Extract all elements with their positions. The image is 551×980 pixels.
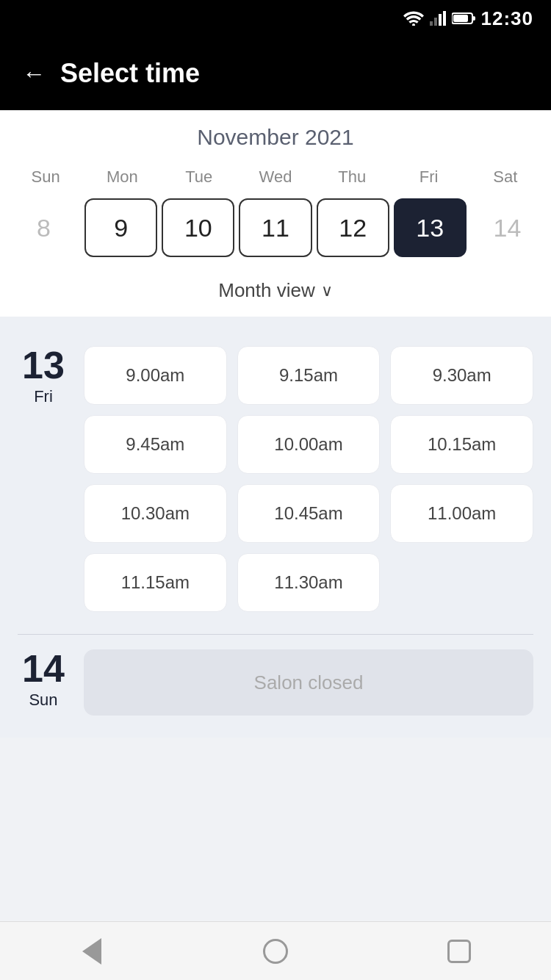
slot-1045am[interactable]: 10.45am <box>237 484 381 543</box>
day-14-section: 14 Sun Salon closed <box>18 634 533 738</box>
date-13[interactable]: 13 <box>394 198 467 257</box>
svg-rect-7 <box>453 15 468 22</box>
slot-945am[interactable]: 9.45am <box>84 415 227 474</box>
chevron-down-icon: ∨ <box>321 281 333 300</box>
salon-closed-label: Salon closed <box>84 649 533 716</box>
calendar-section: November 2021 Sun Mon Tue Wed Thu Fri Sa… <box>0 110 551 317</box>
date-12[interactable]: 12 <box>317 198 389 257</box>
slot-900am[interactable]: 9.00am <box>84 346 227 405</box>
bottom-nav <box>0 921 551 980</box>
weekday-row: Sun Mon Tue Wed Thu Fri Sat <box>0 162 551 192</box>
date-8[interactable]: 8 <box>7 198 80 257</box>
back-button[interactable]: ← <box>22 62 46 85</box>
day-14-name: Sun <box>29 691 57 710</box>
svg-rect-3 <box>439 14 442 26</box>
day-14-label: 14 Sun <box>18 649 69 716</box>
weekday-thu: Thu <box>314 162 390 192</box>
dates-row: 8 9 10 11 12 13 14 <box>0 192 551 269</box>
svg-point-0 <box>412 24 415 26</box>
date-10[interactable]: 10 <box>162 198 234 257</box>
recents-square-icon <box>447 940 471 963</box>
date-14[interactable]: 14 <box>471 198 544 257</box>
header: ← Select time <box>0 37 551 110</box>
slot-1015am[interactable]: 10.15am <box>390 415 533 474</box>
battery-icon <box>452 12 475 25</box>
slot-1030am[interactable]: 10.30am <box>84 484 227 543</box>
weekday-sat: Sat <box>467 162 544 192</box>
day-13-name: Fri <box>34 387 53 406</box>
month-view-toggle[interactable]: Month view ∨ <box>0 269 551 317</box>
svg-rect-1 <box>430 21 433 26</box>
date-9[interactable]: 9 <box>84 198 157 257</box>
slot-1130am[interactable]: 11.30am <box>237 553 381 612</box>
weekday-sun: Sun <box>7 162 84 192</box>
weekday-wed: Wed <box>237 162 314 192</box>
month-label: November 2021 <box>0 125 551 150</box>
date-11[interactable]: 11 <box>239 198 311 257</box>
day-13-section: 13 Fri 9.00am 9.15am 9.30am 9.45am 10.00… <box>18 331 533 627</box>
weekday-mon: Mon <box>84 162 160 192</box>
day-13-label: 13 Fri <box>18 346 69 612</box>
status-bar: 12:30 <box>0 0 551 37</box>
slots-section: 13 Fri 9.00am 9.15am 9.30am 9.45am 10.00… <box>0 317 551 738</box>
nav-home-button[interactable] <box>253 929 298 973</box>
back-triangle-icon <box>82 938 101 965</box>
slot-915am[interactable]: 9.15am <box>237 346 381 405</box>
weekday-fri: Fri <box>390 162 467 192</box>
month-view-label: Month view <box>218 279 315 302</box>
page-title: Select time <box>60 58 200 89</box>
slot-1100am[interactable]: 11.00am <box>390 484 533 543</box>
slot-1115am[interactable]: 11.15am <box>84 553 227 612</box>
day-13-slots-grid: 9.00am 9.15am 9.30am 9.45am 10.00am 10.1… <box>84 346 533 612</box>
day-13-number: 13 <box>22 346 65 384</box>
svg-rect-4 <box>443 11 446 26</box>
signal-icon <box>430 11 446 26</box>
home-circle-icon <box>263 939 288 964</box>
nav-back-button[interactable] <box>70 929 114 973</box>
weekday-tue: Tue <box>161 162 237 192</box>
status-icons: 12:30 <box>403 7 534 30</box>
day-14-number: 14 <box>22 649 65 688</box>
wifi-icon <box>403 11 424 26</box>
slot-1000am[interactable]: 10.00am <box>237 415 381 474</box>
nav-recents-button[interactable] <box>437 929 481 973</box>
svg-rect-6 <box>472 16 475 21</box>
svg-rect-2 <box>434 18 437 26</box>
slot-930am[interactable]: 9.30am <box>390 346 533 405</box>
status-time: 12:30 <box>481 7 534 30</box>
